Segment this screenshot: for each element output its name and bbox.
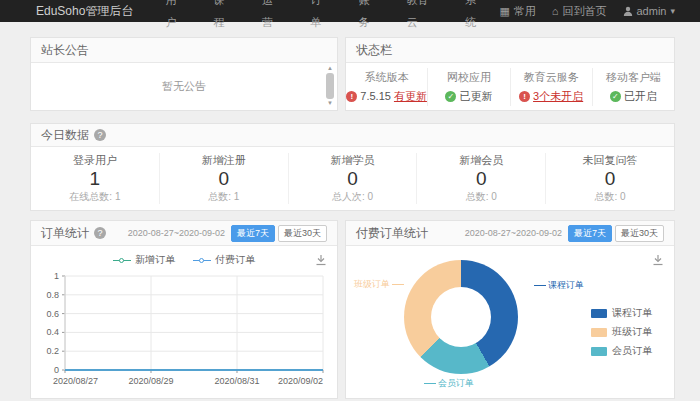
donut-chart bbox=[404, 260, 518, 374]
check-icon: ✓ bbox=[445, 91, 456, 102]
paid-order-stats-panel: 付费订单统计 2020-08-27~2020-09-02 最近7天 最近30天 … bbox=[345, 220, 675, 399]
legend-swatch-icon bbox=[591, 347, 607, 356]
legend-paid-orders[interactable]: 付费订单 bbox=[193, 253, 255, 267]
order-stats-panel: 订单统计 ? 2020-08-27~2020-09-02 最近7天 最近30天 … bbox=[30, 220, 338, 399]
donut-chart-area: 课程订单 班级订单 会员订单 课程订单 班级订单 会员订单 bbox=[346, 246, 674, 398]
svg-text:1: 1 bbox=[54, 271, 59, 281]
help-icon[interactable]: ? bbox=[94, 129, 106, 141]
status-item-version: 系统版本 ! 7.5.15 有更新 bbox=[346, 68, 428, 106]
line-marker-icon bbox=[113, 258, 131, 263]
scrollbar-thumb[interactable] bbox=[326, 73, 334, 99]
svg-text:0: 0 bbox=[54, 365, 59, 375]
stat-login-users: 登录用户 1 在线总数: 1 bbox=[31, 153, 160, 204]
legend-course-orders[interactable]: 课程订单 bbox=[591, 306, 652, 320]
chevron-down-icon: ▾ bbox=[670, 6, 675, 16]
svg-text:2020/09/02: 2020/09/02 bbox=[278, 376, 323, 386]
legend-member-orders[interactable]: 会员订单 bbox=[591, 344, 652, 358]
line-chart: 00.20.40.60.812020/08/272020/08/292020/0… bbox=[35, 268, 331, 396]
top-navbar: EduSoho管理后台 用户 课程 运营 订单 账务 教育云 系统 ▦ 常用 ⌂… bbox=[0, 0, 700, 22]
pie-label-member-orders: 会员订单 bbox=[422, 377, 474, 390]
announcement-scrollbar[interactable]: ▲ ▼ bbox=[325, 65, 335, 108]
announcement-title: 站长公告 bbox=[31, 38, 337, 63]
error-icon: ! bbox=[346, 91, 357, 102]
status-bar-title: 状态栏 bbox=[346, 38, 674, 63]
svg-text:0.8: 0.8 bbox=[46, 290, 59, 300]
not-enabled-link[interactable]: 3个未开启 bbox=[533, 89, 583, 104]
download-icon[interactable] bbox=[315, 254, 327, 266]
announcement-body: 暂无公告 ▲ ▼ bbox=[31, 63, 337, 110]
legend-swatch-icon bbox=[591, 309, 607, 318]
nav-item-system[interactable]: 系统 bbox=[451, 0, 499, 33]
recent-30-days-button[interactable]: 最近30天 bbox=[615, 225, 664, 242]
check-icon: ✓ bbox=[610, 91, 621, 102]
recent-30-days-button[interactable]: 最近30天 bbox=[278, 225, 327, 242]
nav-item-courses[interactable]: 课程 bbox=[200, 0, 248, 33]
main-menu: 用户 课程 运营 订单 账务 教育云 系统 bbox=[151, 0, 499, 33]
order-stats-date-range: 2020-08-27~2020-09-02 bbox=[128, 228, 225, 238]
svg-text:0.4: 0.4 bbox=[46, 327, 59, 337]
announcement-panel: 站长公告 暂无公告 ▲ ▼ bbox=[30, 37, 338, 111]
stat-new-members: 新增会员 0 总数: 0 bbox=[417, 153, 546, 204]
pie-label-course-orders: 课程订单 bbox=[532, 279, 584, 292]
line-chart-legend: 新增订单 付费订单 bbox=[31, 246, 337, 267]
today-data-title: 今日数据 bbox=[41, 127, 89, 144]
recent-7-days-button[interactable]: 最近7天 bbox=[231, 225, 275, 242]
svg-text:2020/08/29: 2020/08/29 bbox=[128, 376, 173, 386]
today-data-panel: 今日数据 ? 登录用户 1 在线总数: 1 新增注册 0 总数: 1 新增学员 … bbox=[30, 123, 675, 211]
donut-hole bbox=[431, 287, 491, 347]
nav-item-educloud[interactable]: 教育云 bbox=[393, 0, 451, 33]
stat-unanswered-questions: 未回复问答 0 总数: 0 bbox=[546, 153, 674, 204]
nav-item-finance[interactable]: 账务 bbox=[344, 0, 392, 33]
announcement-empty-text: 暂无公告 bbox=[162, 79, 206, 94]
scroll-down-icon[interactable]: ▼ bbox=[327, 100, 333, 107]
svg-text:0.2: 0.2 bbox=[46, 346, 59, 356]
svg-text:0.6: 0.6 bbox=[46, 309, 59, 319]
error-icon: ! bbox=[519, 91, 530, 102]
order-stats-title: 订单统计 bbox=[41, 225, 89, 242]
legend-class-orders[interactable]: 班级订单 bbox=[591, 325, 652, 339]
stat-new-registrations: 新增注册 0 总数: 1 bbox=[160, 153, 289, 204]
grid-icon: ▦ bbox=[499, 5, 509, 18]
line-marker-icon bbox=[193, 258, 211, 263]
status-item-school-app: 网校应用 ✓ 已更新 bbox=[428, 68, 510, 106]
paid-order-stats-title: 付费订单统计 bbox=[356, 225, 428, 242]
pie-label-class-orders: 班级订单 bbox=[354, 278, 406, 291]
brand-title[interactable]: EduSoho管理后台 bbox=[36, 3, 133, 20]
status-item-mobile-client: 移动客户端 ✓ 已开启 bbox=[593, 68, 674, 106]
legend-new-orders[interactable]: 新增订单 bbox=[113, 253, 175, 267]
common-shortcuts-button[interactable]: ▦ 常用 bbox=[499, 4, 535, 19]
home-icon: ⌂ bbox=[552, 5, 559, 17]
main-content: 站长公告 暂无公告 ▲ ▼ 状态栏 系统版本 ! 7.5.15 有更新 bbox=[0, 22, 700, 399]
nav-item-operations[interactable]: 运营 bbox=[248, 0, 296, 33]
status-bar-panel: 状态栏 系统版本 ! 7.5.15 有更新 网校应用 ✓ 已更新 bbox=[345, 37, 675, 111]
status-item-educloud-service: 教育云服务 ! 3个未开启 bbox=[511, 68, 593, 106]
recent-7-days-button[interactable]: 最近7天 bbox=[568, 225, 612, 242]
back-to-home-link[interactable]: ⌂ 回到首页 bbox=[552, 4, 607, 19]
scroll-up-icon[interactable]: ▲ bbox=[327, 65, 333, 72]
nav-item-users[interactable]: 用户 bbox=[151, 0, 199, 33]
navbar-right: ▦ 常用 ⌂ 回到首页 admin ▾ bbox=[499, 4, 675, 19]
version-value: 7.5.15 bbox=[360, 90, 391, 102]
update-available-link[interactable]: 有更新 bbox=[394, 89, 427, 104]
legend-swatch-icon bbox=[591, 328, 607, 337]
admin-user-dropdown[interactable]: admin ▾ bbox=[623, 5, 676, 17]
stat-new-students: 新增学员 0 总人次: 0 bbox=[289, 153, 418, 204]
svg-text:2020/08/31: 2020/08/31 bbox=[214, 376, 259, 386]
help-icon[interactable]: ? bbox=[94, 227, 106, 239]
download-icon[interactable] bbox=[652, 254, 664, 266]
nav-item-orders[interactable]: 订单 bbox=[296, 0, 344, 33]
donut-legend: 课程订单 班级订单 会员订单 bbox=[591, 306, 652, 363]
user-icon bbox=[623, 6, 633, 16]
line-chart-area: 新增订单 付费订单 00.20.40.60.812020/08/272020/0… bbox=[31, 246, 337, 398]
svg-text:2020/08/27: 2020/08/27 bbox=[53, 376, 98, 386]
paid-order-stats-date-range: 2020-08-27~2020-09-02 bbox=[465, 228, 562, 238]
